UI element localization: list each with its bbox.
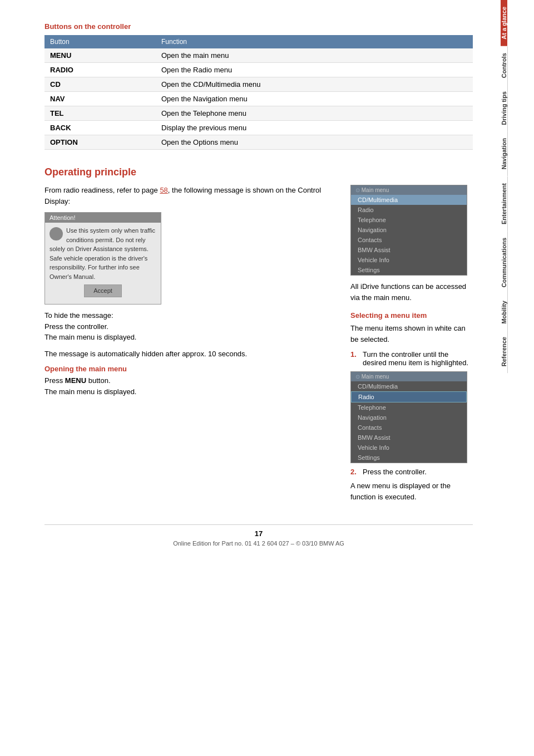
menu-item: Contacts — [351, 235, 467, 245]
menu-item: Vehicle Info — [351, 255, 467, 265]
button-cell: NAV — [44, 92, 156, 106]
sidebar-tab-communications[interactable]: Communications — [501, 231, 508, 294]
button-cell: CD — [44, 77, 156, 92]
button-cell: OPTION — [44, 135, 156, 150]
function-cell: Open the Navigation menu — [156, 92, 473, 106]
menu-item: Contacts — [351, 423, 467, 433]
function-cell: Open the main menu — [156, 48, 473, 63]
outcome-text: A new menu is displayed or the function … — [350, 480, 473, 502]
buttons-section-title: Buttons on the controller — [44, 22, 473, 31]
table-row: TELOpen the Telephone menu — [44, 106, 473, 121]
footer-text: Online Edition for Part no. 01 41 2 604 … — [173, 540, 344, 547]
hide-message-text: To hide the message: Press the controlle… — [44, 310, 339, 343]
accept-button[interactable]: Accept — [84, 284, 122, 297]
sidebar-tab-entertainment[interactable]: Entertainment — [501, 176, 508, 231]
function-cell: Open the Telephone menu — [156, 106, 473, 121]
menu-bold: MENU — [65, 376, 86, 385]
table-header-function: Function — [156, 35, 473, 48]
step-1-text: Turn the controller until the desired me… — [363, 350, 473, 367]
attention-text: Use this system only when traffic condit… — [50, 226, 156, 281]
menu-item: Radio — [351, 205, 467, 215]
intro-text: From radio readiness, refer to page 58, … — [44, 185, 339, 207]
selecting-menu-item-title: Selecting a menu item — [350, 311, 473, 320]
menu-item: BMW Assist — [351, 433, 467, 443]
button-cell: BACK — [44, 121, 156, 135]
table-row: RADIOOpen the Radio menu — [44, 63, 473, 77]
table-header-button: Button — [44, 35, 156, 48]
table-row: BACKDisplay the previous menu — [44, 121, 473, 135]
all-idrive-text: All iDrive functions can be accessed via… — [350, 281, 473, 303]
attention-icon — [50, 227, 63, 240]
buttons-table: Button Function MENUOpen the main menuRA… — [44, 35, 473, 150]
menu-item: Telephone — [351, 215, 467, 225]
menu-item: CD/Multimedia — [351, 195, 467, 205]
menu-item: BMW Assist — [351, 245, 467, 255]
right-column: ⊙ Main menu CD/MultimediaRadioTelephoneN… — [350, 185, 473, 508]
auto-hidden-text: The message is automatically hidden afte… — [44, 348, 339, 360]
menu-item: Vehicle Info — [351, 443, 467, 453]
function-cell: Display the previous menu — [156, 121, 473, 135]
table-row: MENUOpen the main menu — [44, 48, 473, 63]
main-menu-box-bottom: ⊙ Main menu CD/MultimediaRadioTelephoneN… — [350, 371, 467, 463]
function-cell: Open the CD/Multimedia menu — [156, 77, 473, 92]
sidebar-tab-navigation[interactable]: Navigation — [501, 131, 508, 176]
step-1: 1. Turn the controller until the desired… — [350, 350, 473, 367]
function-cell: Open the Radio menu — [156, 63, 473, 77]
menu-item: Settings — [351, 265, 467, 275]
step-2: 2. Press the controller. — [350, 468, 473, 476]
button-cell: RADIO — [44, 63, 156, 77]
main-menu-title-bottom: ⊙ Main menu — [351, 372, 467, 381]
left-column: From radio readiness, refer to page 58, … — [44, 185, 339, 508]
menu-item: Telephone — [351, 402, 467, 413]
function-cell: Open the Options menu — [156, 135, 473, 150]
step-2-text: Press the controller. — [363, 468, 427, 476]
attention-header: Attention! — [45, 213, 161, 223]
main-menu-display-top: ⊙ Main menu CD/MultimediaRadioTelephoneN… — [350, 185, 473, 303]
two-column-layout: From radio readiness, refer to page 58, … — [44, 185, 473, 508]
buttons-section: Buttons on the controller Button Functio… — [44, 22, 473, 150]
page-number: 17 — [44, 529, 473, 538]
sidebar-tab-at-a-glance[interactable]: At a glance — [501, 0, 507, 46]
table-row: NAVOpen the Navigation menu — [44, 92, 473, 106]
main-menu-title-top: ⊙ Main menu — [351, 185, 467, 195]
main-content: Buttons on the controller Button Functio… — [0, 0, 501, 756]
opening-main-menu-title: Opening the main menu — [44, 365, 339, 373]
menu-item: Settings — [351, 453, 467, 463]
menu-item: Navigation — [351, 225, 467, 235]
button-cell: MENU — [44, 48, 156, 63]
operating-section-title: Operating principle — [44, 166, 473, 178]
page-ref-link[interactable]: 58 — [160, 186, 167, 194]
sidebar-tab-reference[interactable]: Reference — [501, 330, 508, 373]
table-row: OPTIONOpen the Options menu — [44, 135, 473, 150]
opening-main-menu-text: Press MENU button. The main menu is disp… — [44, 375, 339, 397]
step-1-number: 1. — [350, 350, 359, 367]
right-sidebar: At a glanceControlsDriving tipsNavigatio… — [501, 0, 534, 756]
menu-item: Radio — [351, 391, 467, 402]
table-row: CDOpen the CD/Multimedia menu — [44, 77, 473, 92]
attention-body: Use this system only when traffic condit… — [45, 223, 161, 304]
attention-box: Attention! Use this system only when tra… — [44, 212, 161, 305]
sidebar-tab-mobility[interactable]: Mobility — [501, 294, 508, 331]
sidebar-tab-driving-tips[interactable]: Driving tips — [501, 85, 508, 132]
operating-section: Operating principle From radio readiness… — [44, 166, 473, 508]
page-footer: 17 Online Edition for Part no. 01 41 2 6… — [44, 524, 473, 547]
selecting-menu-intro: The menu items shown in white can be sel… — [350, 323, 473, 345]
step-2-number: 2. — [350, 468, 359, 476]
main-menu-box-top: ⊙ Main menu CD/MultimediaRadioTelephoneN… — [350, 185, 467, 276]
menu-item: Navigation — [351, 413, 467, 423]
button-cell: TEL — [44, 106, 156, 121]
sidebar-tab-controls[interactable]: Controls — [501, 46, 508, 85]
menu-item: CD/Multimedia — [351, 381, 467, 391]
